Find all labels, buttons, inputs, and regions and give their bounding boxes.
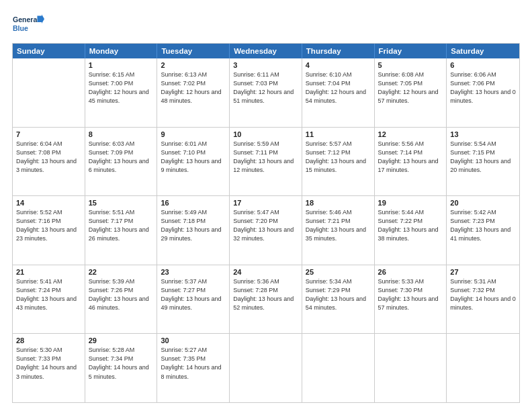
day-number: 9 <box>161 130 226 138</box>
day-cell-16: 16Sunrise: 5:49 AM Sunset: 7:18 PM Dayli… <box>157 196 230 265</box>
calendar-body: 1Sunrise: 6:15 AM Sunset: 7:00 PM Daylig… <box>13 58 519 402</box>
day-cell-10: 10Sunrise: 5:59 AM Sunset: 7:11 PM Dayli… <box>230 128 302 196</box>
logo-svg: General Blue <box>12 12 44 36</box>
day-number: 1 <box>89 61 154 69</box>
day-number: 6 <box>450 61 516 69</box>
header-cell-friday: Friday <box>375 44 447 58</box>
day-number: 13 <box>450 130 516 138</box>
cell-info: Sunrise: 6:13 AM Sunset: 7:02 PM Dayligh… <box>161 71 226 105</box>
day-number: 30 <box>161 336 226 345</box>
day-cell-11: 11Sunrise: 5:57 AM Sunset: 7:12 PM Dayli… <box>302 128 375 196</box>
day-number: 7 <box>16 130 81 138</box>
day-number: 12 <box>378 130 443 138</box>
day-cell-20: 20Sunrise: 5:42 AM Sunset: 7:23 PM Dayli… <box>447 196 519 265</box>
cell-info: Sunrise: 5:56 AM Sunset: 7:14 PM Dayligh… <box>378 140 443 175</box>
cell-info: Sunrise: 5:59 AM Sunset: 7:11 PM Dayligh… <box>233 140 298 175</box>
cell-info: Sunrise: 5:36 AM Sunset: 7:28 PM Dayligh… <box>233 277 298 312</box>
day-number: 2 <box>161 61 226 69</box>
day-cell-22: 22Sunrise: 5:39 AM Sunset: 7:26 PM Dayli… <box>85 265 158 334</box>
cell-info: Sunrise: 5:27 AM Sunset: 7:35 PM Dayligh… <box>161 346 226 381</box>
cell-info: Sunrise: 5:54 AM Sunset: 7:15 PM Dayligh… <box>450 140 516 175</box>
day-cell-21: 21Sunrise: 5:41 AM Sunset: 7:24 PM Dayli… <box>13 265 85 334</box>
cell-info: Sunrise: 5:44 AM Sunset: 7:22 PM Dayligh… <box>378 208 443 243</box>
header-cell-sunday: Sunday <box>13 44 85 58</box>
day-cell-17: 17Sunrise: 5:47 AM Sunset: 7:20 PM Dayli… <box>230 196 302 265</box>
day-number: 16 <box>161 199 226 207</box>
day-cell-14: 14Sunrise: 5:52 AM Sunset: 7:16 PM Dayli… <box>13 196 85 265</box>
cell-info: Sunrise: 5:42 AM Sunset: 7:23 PM Dayligh… <box>450 208 516 243</box>
day-cell-4: 4Sunrise: 6:10 AM Sunset: 7:04 PM Daylig… <box>302 58 375 127</box>
day-number: 4 <box>306 61 371 69</box>
cell-info: Sunrise: 6:15 AM Sunset: 7:00 PM Dayligh… <box>89 71 154 105</box>
day-cell-26: 26Sunrise: 5:33 AM Sunset: 7:30 PM Dayli… <box>375 265 447 334</box>
day-number: 10 <box>233 130 298 138</box>
day-cell-29: 29Sunrise: 5:28 AM Sunset: 7:34 PM Dayli… <box>85 334 158 402</box>
logo: General Blue <box>12 12 44 36</box>
svg-text:General: General <box>13 15 39 24</box>
cell-info: Sunrise: 5:57 AM Sunset: 7:12 PM Dayligh… <box>306 140 371 175</box>
cell-info: Sunrise: 5:28 AM Sunset: 7:34 PM Dayligh… <box>89 346 154 381</box>
header-cell-monday: Monday <box>85 44 158 58</box>
day-number: 17 <box>233 199 298 207</box>
day-cell-13: 13Sunrise: 5:54 AM Sunset: 7:15 PM Dayli… <box>447 128 519 196</box>
day-number: 3 <box>233 61 298 69</box>
header-cell-tuesday: Tuesday <box>157 44 230 58</box>
day-cell-8: 8Sunrise: 6:03 AM Sunset: 7:09 PM Daylig… <box>85 128 158 196</box>
day-cell-24: 24Sunrise: 5:36 AM Sunset: 7:28 PM Dayli… <box>230 265 302 334</box>
cell-info: Sunrise: 5:41 AM Sunset: 7:24 PM Dayligh… <box>16 277 81 312</box>
empty-cell-4-3 <box>230 334 302 402</box>
cell-info: Sunrise: 5:51 AM Sunset: 7:17 PM Dayligh… <box>89 208 154 243</box>
day-cell-2: 2Sunrise: 6:13 AM Sunset: 7:02 PM Daylig… <box>157 58 230 127</box>
day-cell-23: 23Sunrise: 5:37 AM Sunset: 7:27 PM Dayli… <box>157 265 230 334</box>
svg-marker-2 <box>37 15 44 24</box>
cell-info: Sunrise: 6:10 AM Sunset: 7:04 PM Dayligh… <box>306 71 371 105</box>
day-number: 8 <box>89 130 154 138</box>
day-number: 23 <box>161 268 226 276</box>
cell-info: Sunrise: 5:46 AM Sunset: 7:21 PM Dayligh… <box>306 208 371 243</box>
day-number: 28 <box>16 336 81 345</box>
day-cell-5: 5Sunrise: 6:08 AM Sunset: 7:05 PM Daylig… <box>375 58 447 127</box>
cell-info: Sunrise: 6:08 AM Sunset: 7:05 PM Dayligh… <box>378 71 443 105</box>
cell-info: Sunrise: 6:01 AM Sunset: 7:10 PM Dayligh… <box>161 140 226 175</box>
cell-info: Sunrise: 6:04 AM Sunset: 7:08 PM Dayligh… <box>16 140 81 175</box>
week-row-3: 14Sunrise: 5:52 AM Sunset: 7:16 PM Dayli… <box>13 195 519 265</box>
day-number: 27 <box>450 268 516 276</box>
cell-info: Sunrise: 5:34 AM Sunset: 7:29 PM Dayligh… <box>306 277 371 312</box>
day-number: 25 <box>306 268 371 276</box>
day-cell-3: 3Sunrise: 6:11 AM Sunset: 7:03 PM Daylig… <box>230 58 302 127</box>
day-cell-27: 27Sunrise: 5:31 AM Sunset: 7:32 PM Dayli… <box>447 265 519 334</box>
day-number: 11 <box>306 130 371 138</box>
day-number: 20 <box>450 199 516 207</box>
day-cell-6: 6Sunrise: 6:06 AM Sunset: 7:06 PM Daylig… <box>447 58 519 127</box>
day-number: 15 <box>89 199 154 207</box>
cell-info: Sunrise: 5:31 AM Sunset: 7:32 PM Dayligh… <box>450 277 516 312</box>
day-cell-25: 25Sunrise: 5:34 AM Sunset: 7:29 PM Dayli… <box>302 265 375 334</box>
week-row-4: 21Sunrise: 5:41 AM Sunset: 7:24 PM Dayli… <box>13 265 519 334</box>
day-cell-18: 18Sunrise: 5:46 AM Sunset: 7:21 PM Dayli… <box>302 196 375 265</box>
day-cell-1: 1Sunrise: 6:15 AM Sunset: 7:00 PM Daylig… <box>85 58 158 127</box>
day-number: 19 <box>378 199 443 207</box>
cell-info: Sunrise: 6:03 AM Sunset: 7:09 PM Dayligh… <box>89 140 154 175</box>
page: General Blue SundayMondayTuesdayWednesda… <box>0 0 532 411</box>
day-number: 22 <box>89 268 154 276</box>
day-number: 21 <box>16 268 81 276</box>
cell-info: Sunrise: 6:06 AM Sunset: 7:06 PM Dayligh… <box>450 71 516 105</box>
week-row-2: 7Sunrise: 6:04 AM Sunset: 7:08 PM Daylig… <box>13 127 519 196</box>
cell-info: Sunrise: 6:11 AM Sunset: 7:03 PM Dayligh… <box>233 71 298 105</box>
day-cell-19: 19Sunrise: 5:44 AM Sunset: 7:22 PM Dayli… <box>375 196 447 265</box>
day-number: 29 <box>89 336 154 345</box>
cell-info: Sunrise: 5:52 AM Sunset: 7:16 PM Dayligh… <box>16 208 81 243</box>
day-cell-15: 15Sunrise: 5:51 AM Sunset: 7:17 PM Dayli… <box>85 196 158 265</box>
calendar-header-row: SundayMondayTuesdayWednesdayThursdayFrid… <box>13 44 519 58</box>
cell-info: Sunrise: 5:47 AM Sunset: 7:20 PM Dayligh… <box>233 208 298 243</box>
empty-cell-4-6 <box>447 334 519 402</box>
day-number: 18 <box>306 199 371 207</box>
day-cell-9: 9Sunrise: 6:01 AM Sunset: 7:10 PM Daylig… <box>157 128 230 196</box>
cell-info: Sunrise: 5:39 AM Sunset: 7:26 PM Dayligh… <box>89 277 154 312</box>
cell-info: Sunrise: 5:49 AM Sunset: 7:18 PM Dayligh… <box>161 208 226 243</box>
day-number: 5 <box>378 61 443 69</box>
header-cell-thursday: Thursday <box>302 44 375 58</box>
header-cell-wednesday: Wednesday <box>230 44 302 58</box>
header: General Blue <box>12 12 520 36</box>
day-cell-7: 7Sunrise: 6:04 AM Sunset: 7:08 PM Daylig… <box>13 128 85 196</box>
